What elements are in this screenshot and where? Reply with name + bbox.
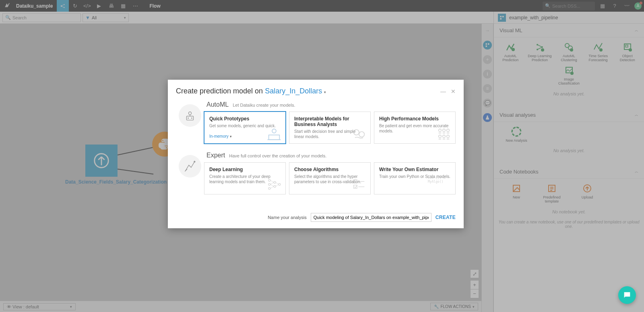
svg-point-45 (274, 182, 276, 184)
automl-sub: Let Dataiku create your models. (233, 103, 295, 107)
modal-title-prefix: Create prediction model on (176, 87, 265, 95)
svg-point-44 (268, 188, 270, 190)
card-icon (351, 176, 367, 191)
card-icon (436, 126, 452, 140)
card-choose-algorithms[interactable]: Choose Algorithms Select the algorithms … (289, 162, 371, 194)
chevron-down-icon: ▾ (230, 134, 232, 138)
svg-rect-31 (269, 135, 280, 140)
chat-icon (623, 291, 632, 300)
card-icon (351, 126, 367, 140)
svg-point-46 (274, 186, 276, 188)
card-icon: >>> clf =MyAlgo() (428, 176, 452, 191)
expert-heading: Expert (206, 152, 225, 159)
svg-point-35 (439, 129, 442, 132)
svg-point-28 (188, 112, 191, 115)
card-quick-prototypes[interactable]: Quick Prototypes Get some models, generi… (204, 112, 286, 144)
chevron-down-icon: ▾ (324, 90, 326, 94)
chat-fab[interactable] (618, 286, 636, 304)
svg-point-30 (191, 118, 192, 119)
svg-point-29 (188, 118, 189, 119)
card-deep-learning[interactable]: Deep Learning Create a architecture of y… (204, 162, 286, 194)
svg-point-32 (272, 129, 276, 133)
svg-point-36 (443, 129, 446, 132)
create-button[interactable]: CREATE (436, 215, 456, 220)
svg-point-38 (439, 135, 442, 138)
close-button[interactable]: ✕ (451, 88, 456, 95)
card-interpretable-models[interactable]: Interpretable Models for Business Analys… (289, 112, 371, 144)
svg-point-37 (447, 129, 450, 132)
card-title: High Performance Models (379, 116, 450, 122)
card-title: Deep Learning (209, 167, 281, 172)
card-icon (266, 176, 282, 191)
expert-section-icon (179, 155, 201, 178)
svg-point-34 (359, 132, 364, 137)
svg-point-39 (443, 135, 446, 138)
card-title: Write Your Own Estimator (379, 167, 450, 172)
modal-title: Create prediction model on Salary_In_Dol… (176, 87, 326, 95)
automl-heading: AutoML (206, 101, 229, 108)
modal-title-target[interactable]: Salary_In_Dollars ▾ (265, 87, 326, 95)
card-icon (266, 126, 282, 140)
create-prediction-modal: Create prediction model on Salary_In_Dol… (168, 80, 464, 228)
svg-point-40 (447, 135, 450, 138)
svg-point-47 (279, 184, 281, 186)
card-title: Quick Prototypes (209, 116, 281, 122)
name-analysis-label: Name your analysis (268, 215, 307, 220)
svg-point-33 (354, 130, 359, 135)
automl-section-icon (179, 104, 201, 127)
card-title: Choose Algorithms (294, 167, 365, 172)
card-high-performance[interactable]: High Performance Models Be patient and g… (374, 112, 456, 144)
analysis-name-input[interactable] (311, 213, 431, 222)
svg-point-42 (268, 180, 270, 182)
expert-sub: Have full control over the creation of y… (229, 153, 326, 158)
card-own-estimator[interactable]: Write Your Own Estimator Train your own … (374, 162, 456, 194)
svg-rect-48 (354, 180, 357, 183)
svg-point-43 (268, 184, 270, 186)
svg-rect-27 (187, 116, 194, 120)
svg-point-41 (194, 161, 195, 163)
minimize-button[interactable]: — (440, 88, 446, 95)
